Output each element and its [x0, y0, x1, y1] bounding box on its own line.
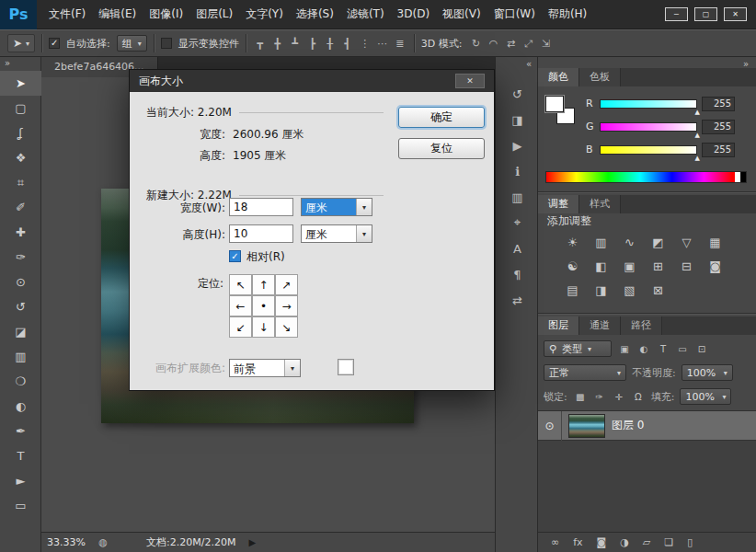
close-button[interactable]: ✕ — [724, 7, 747, 21]
histogram-panel-icon[interactable]: ▥ — [496, 184, 539, 210]
anchor-cell[interactable]: ↓ — [252, 316, 275, 338]
selective-color-icon[interactable]: ⊠ — [644, 278, 672, 302]
height-unit-select[interactable]: 厘米 ▾ — [301, 224, 372, 243]
reset-button[interactable]: 复位 — [398, 138, 485, 159]
relative-checkbox[interactable]: ✓ — [229, 250, 241, 262]
lock-transparent-pixels-icon[interactable]: ▩ — [573, 389, 588, 404]
vibrance-icon[interactable]: ▽ — [672, 230, 701, 254]
anchor-cell[interactable]: • — [252, 295, 275, 316]
anchor-cell[interactable]: ↗ — [275, 274, 298, 295]
filter-pixel-layers-icon[interactable]: ▣ — [617, 341, 632, 356]
anchor-cell[interactable]: ↙ — [229, 316, 252, 338]
quick-selection-tool[interactable]: ❖ — [0, 145, 41, 170]
collapse-panels-button[interactable]: » — [743, 59, 749, 69]
ok-button[interactable]: 确定 — [398, 107, 485, 128]
delete-layer-icon[interactable]: ▯ — [687, 536, 693, 548]
foreground-color-swatch[interactable] — [545, 96, 564, 112]
menu-item[interactable]: 图层(L) — [189, 0, 239, 29]
green-channel-slider[interactable]: ▲ — [600, 122, 697, 132]
timeline-panel-icon[interactable]: ⇄ — [496, 287, 539, 313]
blue-channel-slider[interactable]: ▲ — [600, 145, 697, 155]
red-channel-value[interactable]: 255 — [702, 97, 735, 111]
actions-panel-icon[interactable]: ▶ — [496, 132, 539, 158]
pen-tool[interactable]: ✒ — [0, 419, 41, 443]
tab-layers[interactable]: 图层 — [538, 316, 579, 335]
document-size-status[interactable]: 文档:2.20M/2.20M — [146, 535, 235, 549]
align-horizontal-centers-icon[interactable]: ╂ — [323, 36, 338, 51]
layer-style-icon[interactable]: fx — [573, 536, 582, 548]
fill-select[interactable]: 100% ▾ — [680, 388, 731, 405]
3d-rotate-icon[interactable]: ↻ — [468, 36, 483, 51]
new-group-icon[interactable]: ▱ — [643, 536, 650, 548]
align-right-edges-icon[interactable]: ┫ — [340, 36, 355, 51]
align-bottom-edges-icon[interactable]: ┻ — [288, 36, 303, 51]
lock-position-icon[interactable]: ✛ — [612, 389, 626, 404]
extension-color-swatch[interactable] — [338, 359, 354, 375]
history-brush-tool[interactable]: ↺ — [0, 294, 41, 319]
paragraph-panel-icon[interactable]: ¶ — [496, 261, 539, 287]
distribute-horizontal-icon[interactable]: ⋯ — [375, 36, 390, 51]
rectangular-marquee-tool[interactable]: ▢ — [0, 96, 41, 121]
menu-item[interactable]: 选择(S) — [290, 0, 340, 29]
zoom-level-field[interactable]: 33.33% — [47, 536, 95, 548]
tab-swatches[interactable]: 色板 — [579, 68, 621, 86]
brush-tool[interactable]: ✑ — [0, 245, 41, 270]
navigator-panel-icon[interactable]: ⌖ — [496, 210, 539, 236]
dialog-title-bar[interactable]: 画布大小 ✕ — [130, 70, 494, 92]
dodge-tool[interactable]: ◐ — [0, 394, 41, 419]
anchor-cell[interactable]: ↘ — [275, 316, 298, 338]
hue-saturation-icon[interactable]: ▦ — [701, 230, 729, 254]
anchor-cell[interactable]: → — [275, 295, 298, 316]
new-height-input[interactable] — [229, 224, 293, 243]
slider-marker-icon[interactable]: ▲ — [695, 155, 700, 162]
curves-icon[interactable]: ∿ — [615, 230, 644, 254]
distribute-evenly-icon[interactable]: ≣ — [393, 36, 407, 51]
spot-healing-brush-tool[interactable]: ✚ — [0, 220, 41, 245]
move-tool[interactable]: ➤ — [0, 71, 41, 96]
3d-slide-icon[interactable]: ⤢ — [521, 36, 535, 51]
menu-item[interactable]: 帮助(H) — [542, 0, 593, 29]
link-layers-icon[interactable]: ∞ — [551, 536, 559, 548]
3d-drag-icon[interactable]: ⇄ — [503, 36, 518, 51]
align-left-edges-icon[interactable]: ┣ — [305, 36, 320, 51]
info-panel-icon[interactable]: ℹ — [496, 158, 539, 184]
invert-icon[interactable]: ◙ — [701, 254, 729, 278]
tab-paths[interactable]: 路径 — [621, 316, 662, 335]
levels-icon[interactable]: ▥ — [587, 230, 615, 254]
opacity-select[interactable]: 100% ▾ — [682, 364, 733, 381]
menu-item[interactable]: 文字(Y) — [239, 0, 290, 29]
expand-panels-button[interactable]: « — [526, 59, 532, 69]
lock-image-pixels-icon[interactable]: ✑ — [592, 389, 607, 404]
filter-smart-objects-icon[interactable]: ⊡ — [694, 341, 709, 356]
color-balance-icon[interactable]: ☯ — [558, 254, 587, 278]
tool-preset-picker[interactable]: ➤ ▾ — [7, 34, 35, 52]
filter-adjustment-layers-icon[interactable]: ◐ — [636, 341, 651, 356]
eyedropper-tool[interactable]: ✐ — [0, 195, 41, 220]
type-tool[interactable]: T — [0, 443, 41, 468]
toolbar-collapse-button[interactable]: » — [5, 58, 10, 68]
red-channel-slider[interactable]: ▲ — [600, 99, 697, 109]
add-layer-mask-icon[interactable]: ◙ — [597, 536, 607, 548]
menu-item[interactable]: 3D(D) — [391, 0, 436, 29]
gradient-tool[interactable]: ▥ — [0, 344, 41, 369]
color-lookup-icon[interactable]: ⊟ — [672, 254, 701, 278]
align-top-edges-icon[interactable]: ┳ — [253, 36, 268, 51]
status-flyout-arrow-icon[interactable]: ▶ — [248, 537, 256, 547]
layer-thumbnail[interactable] — [568, 414, 605, 438]
auto-select-group-select[interactable]: 组 ▾ — [117, 35, 147, 52]
dropdown-arrow-icon[interactable]: ▾ — [356, 199, 372, 215]
layer-row[interactable]: ⊙ 图层 0 — [538, 411, 756, 441]
menu-item[interactable]: 文件(F) — [42, 0, 92, 29]
distribute-vertical-icon[interactable]: ⋮ — [358, 36, 372, 51]
layer-visibility-toggle[interactable]: ⊙ — [538, 411, 562, 441]
anchor-cell[interactable]: ← — [229, 295, 252, 316]
minimize-button[interactable]: ─ — [665, 7, 688, 21]
anchor-cell[interactable]: ↑ — [252, 274, 275, 295]
green-channel-value[interactable]: 255 — [702, 120, 735, 134]
layer-name[interactable]: 图层 0 — [612, 418, 644, 433]
clone-stamp-tool[interactable]: ⊙ — [0, 270, 41, 294]
eraser-tool[interactable]: ◪ — [0, 319, 41, 344]
new-adjustment-layer-icon[interactable]: ◑ — [620, 536, 629, 548]
show-transform-checkbox[interactable] — [161, 38, 172, 49]
brightness-contrast-icon[interactable]: ☀ — [558, 230, 587, 254]
